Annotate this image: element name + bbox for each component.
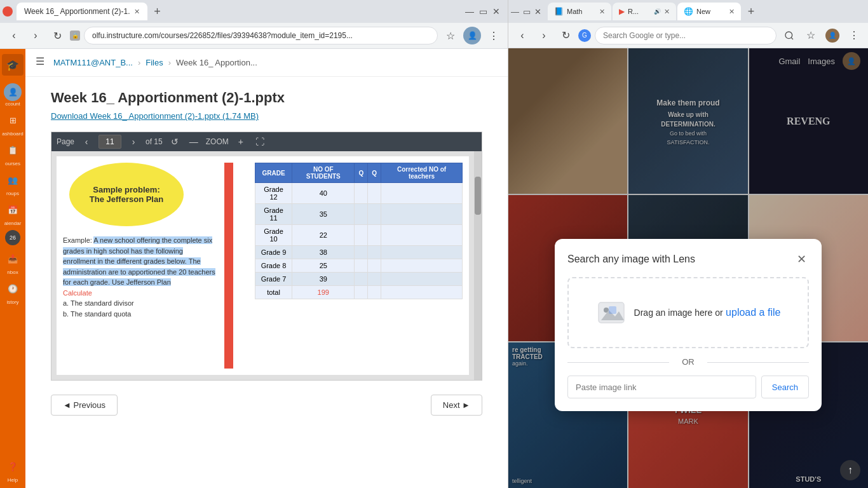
sidebar-item-inbox[interactable]: 📥 nbox bbox=[2, 248, 24, 275]
cell-q2 bbox=[368, 204, 381, 225]
table-header-students: NO OF STUDENTS bbox=[292, 163, 355, 183]
site-icon-left: 🔒 bbox=[70, 30, 80, 41]
tab-new-close[interactable]: ✕ bbox=[729, 8, 735, 16]
tab-math[interactable]: 📘 Math ✕ bbox=[548, 3, 611, 20]
next-page-btn[interactable]: › bbox=[126, 135, 140, 149]
table-row: Grade 7 39 bbox=[255, 273, 463, 286]
groups-label: roups bbox=[6, 191, 19, 196]
lens-modal-overlay[interactable]: Search any image with Lens ✕ Drag an ima… bbox=[508, 48, 868, 488]
table-header-q1: Q bbox=[355, 163, 368, 183]
sidebar-item-courses[interactable]: 📋 ourses bbox=[2, 139, 24, 166]
minimize-btn-right[interactable]: — bbox=[511, 7, 519, 17]
canvas-container: 🎓 👤 ccount ⊞ ashboard 📋 ourses 👥 roups 📅… bbox=[0, 49, 508, 488]
tab-r[interactable]: ▶ R... 🔊 ✕ bbox=[613, 3, 676, 20]
forward-btn-right[interactable]: › bbox=[535, 27, 553, 44]
menu-btn-left[interactable]: ⋮ bbox=[485, 27, 503, 44]
pdf-scrollbar[interactable] bbox=[474, 151, 482, 380]
google-icon: G bbox=[578, 29, 591, 42]
new-tab-button-left[interactable]: + bbox=[149, 3, 166, 20]
cell-corrected bbox=[381, 246, 463, 259]
sidebar-item-help[interactable]: ❓ Help bbox=[2, 456, 24, 483]
tab-new[interactable]: 🌐 New ✕ bbox=[677, 3, 741, 20]
refresh-btn-right[interactable]: ↻ bbox=[557, 27, 574, 44]
new-tab-btn-right[interactable]: + bbox=[742, 3, 760, 20]
example-prefix: Example: bbox=[63, 236, 93, 244]
pdf-scrollbar-thumb[interactable] bbox=[475, 177, 481, 215]
restore-btn-right[interactable]: ▭ bbox=[523, 7, 531, 17]
sidebar-item-history[interactable]: 🕐 istory bbox=[2, 278, 24, 305]
pdf-content: Sample problem: The Jefferson Plan Examp… bbox=[51, 151, 474, 380]
cell-students: 38 bbox=[292, 246, 355, 259]
lens-search-button[interactable]: Search bbox=[761, 376, 809, 398]
table-row: Grade 8 25 bbox=[255, 259, 463, 273]
menu-btn-right[interactable]: ⋮ bbox=[845, 27, 863, 44]
window-controls-left: — ▭ ✕ bbox=[465, 6, 505, 17]
refresh-button-left[interactable]: ↻ bbox=[48, 27, 66, 44]
courses-label: ourses bbox=[5, 161, 20, 166]
tab-r-close[interactable]: ✕ bbox=[664, 8, 670, 16]
lens-paste-input[interactable] bbox=[567, 376, 756, 398]
lens-upload-link[interactable]: upload a file bbox=[726, 307, 780, 318]
right-address-bar[interactable] bbox=[595, 27, 776, 44]
sidebar-item-dashboard[interactable]: ⊞ ashboard bbox=[2, 109, 24, 137]
cell-q1 bbox=[355, 183, 368, 204]
cell-total-corrected bbox=[381, 286, 463, 299]
lens-drop-area[interactable]: Drag an image here or upload a file bbox=[567, 277, 809, 348]
next-button[interactable]: Next ► bbox=[431, 395, 482, 416]
tab-close-left[interactable]: ✕ bbox=[134, 8, 140, 16]
pdf-page: Sample problem: The Jefferson Plan Examp… bbox=[57, 156, 469, 375]
back-button-left[interactable]: ‹ bbox=[5, 27, 23, 44]
address-bar-left[interactable] bbox=[84, 27, 438, 44]
minimize-btn-left[interactable]: — bbox=[465, 6, 474, 17]
pdf-viewer: Page ‹ › of 15 ↺ — ZOOM + ⛶ bbox=[51, 132, 482, 381]
scroll-to-top-btn[interactable]: ↑ bbox=[840, 460, 860, 480]
profile-btn-right[interactable]: 👤 bbox=[824, 27, 841, 44]
rotate-btn[interactable]: ↺ bbox=[168, 135, 182, 149]
bookmark-btn-left[interactable]: ☆ bbox=[442, 27, 459, 44]
prev-page-btn[interactable]: ‹ bbox=[79, 135, 93, 149]
zoom-in-btn[interactable]: + bbox=[234, 135, 248, 149]
previous-button[interactable]: ◄ Previous bbox=[51, 395, 118, 416]
maximize-btn-left[interactable]: ▭ bbox=[479, 6, 487, 17]
close-btn-left[interactable]: ✕ bbox=[492, 6, 500, 17]
calculate-link[interactable]: Calculate bbox=[63, 289, 92, 297]
dashboard-icon: ⊞ bbox=[2, 109, 24, 131]
courses-icon: 📋 bbox=[2, 139, 24, 161]
sidebar-item-groups[interactable]: 👥 roups bbox=[2, 169, 24, 196]
download-link[interactable]: Download Week 16_ Apportionment (2)-1.pp… bbox=[51, 111, 259, 121]
canvas-logo[interactable]: 🎓 bbox=[2, 54, 24, 76]
help-icon: ❓ bbox=[2, 456, 24, 477]
bookmark-btn-right[interactable]: ☆ bbox=[802, 27, 820, 44]
profile-avatar-left[interactable]: 👤 bbox=[463, 27, 481, 44]
active-tab-left[interactable]: Week 16_ Apportionment (2)-1. ✕ bbox=[17, 3, 147, 20]
calendar-icon: 📅 bbox=[2, 199, 24, 220]
cell-total-q2 bbox=[368, 286, 381, 299]
fullscreen-btn[interactable]: ⛶ bbox=[253, 135, 267, 149]
lens-drop-text-container: Drag an image here or upload a file bbox=[634, 307, 781, 318]
breadcrumb-files[interactable]: Files bbox=[146, 58, 163, 67]
close-btn-right[interactable]: ✕ bbox=[534, 7, 541, 17]
lens-close-button[interactable]: ✕ bbox=[794, 252, 809, 267]
table-row: Grade 12 40 bbox=[255, 183, 463, 204]
svg-point-0 bbox=[785, 32, 792, 39]
groups-icon: 👥 bbox=[2, 169, 24, 191]
lens-btn-right[interactable] bbox=[780, 27, 798, 44]
tab-new-favicon: 🌐 bbox=[684, 7, 693, 16]
cell-q1 bbox=[355, 225, 368, 246]
sidebar-item-calendar[interactable]: 📅 alendar bbox=[2, 199, 24, 226]
lens-modal: Search any image with Lens ✕ Drag an ima… bbox=[555, 239, 822, 411]
cell-total-value: 199 bbox=[292, 286, 355, 299]
grade-table: GRADE NO OF STUDENTS Q Q Corrected NO of… bbox=[255, 163, 463, 299]
breadcrumb-matm[interactable]: MATM111@ANT_B... bbox=[53, 58, 133, 67]
cell-corrected bbox=[381, 204, 463, 225]
topbar-menu-icon[interactable]: ☰ bbox=[36, 55, 51, 71]
user-avatar: 👤 bbox=[4, 83, 22, 101]
page-input[interactable] bbox=[98, 135, 121, 149]
sidebar-item-account[interactable]: 👤 ccount bbox=[4, 83, 22, 107]
tab-math-close[interactable]: ✕ bbox=[599, 8, 605, 16]
forward-button-left[interactable]: › bbox=[27, 27, 44, 44]
item-b-text: b. The standard quota bbox=[63, 310, 131, 318]
zoom-out-btn[interactable]: — bbox=[187, 135, 201, 149]
back-btn-right[interactable]: ‹ bbox=[513, 27, 531, 44]
account-label: ccount bbox=[5, 101, 20, 107]
